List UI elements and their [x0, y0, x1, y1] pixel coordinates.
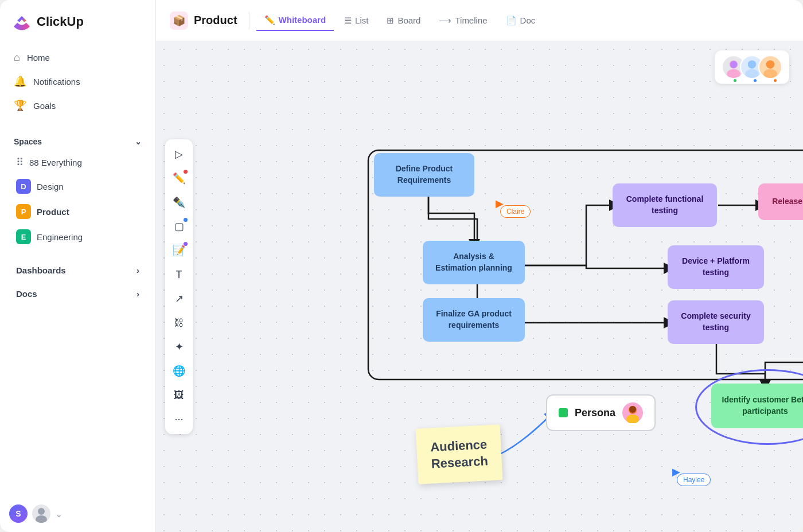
svg-point-9 — [766, 60, 774, 68]
persona-avatar — [622, 402, 643, 423]
tab-list[interactable]: ☰ List — [336, 11, 376, 30]
tool-connect[interactable]: ⛓ — [169, 312, 189, 333]
tab-timeline[interactable]: ⟶ Timeline — [431, 11, 495, 30]
tool-text[interactable]: T — [169, 264, 189, 285]
haylee-name: Haylee — [683, 476, 704, 484]
node-finalize[interactable]: Finalize GA product requirements — [423, 298, 525, 342]
tab-board[interactable]: ⊞ Board — [379, 11, 428, 30]
identify-node-label: Identify customer Beta participants — [722, 394, 803, 417]
analysis-node-label: Analysis & Estimation planning — [435, 251, 512, 273]
everything-icon: ⠿ — [16, 156, 24, 169]
security-node-label: Complete security testing — [681, 311, 750, 333]
spaces-chevron[interactable]: ⌄ — [135, 137, 142, 146]
dashboards-label: Dashboards — [16, 265, 66, 275]
svg-point-5 — [730, 61, 738, 68]
svg-point-0 — [38, 508, 45, 515]
clickup-logo-icon — [11, 11, 32, 32]
sidebar-item-everything[interactable]: ⠿ 88 Everything — [5, 151, 151, 174]
engineering-label: Engineering — [37, 232, 83, 242]
persona-status-dot — [559, 408, 568, 417]
everything-label: 88 Everything — [29, 158, 82, 167]
topbar-divider — [249, 12, 250, 29]
timeline-tab-icon: ⟶ — [439, 15, 451, 26]
tool-shape[interactable]: ▢ — [169, 216, 189, 237]
project-name: Product — [194, 14, 237, 27]
whiteboard-canvas[interactable]: ▷ ✏️ ✒️ ▢ 📝 T ↗ ⛓ ✦ 🌐 🖼 ··· — [156, 41, 803, 532]
sticky-note-audience[interactable]: Audience Research — [416, 424, 503, 484]
nav-notifications-label: Notifications — [33, 77, 80, 87]
cursor-claire-label: Claire — [500, 205, 531, 218]
design-dot: D — [16, 179, 31, 194]
node-security-testing[interactable]: Complete security testing — [668, 300, 764, 344]
dashboards-chevron: › — [137, 265, 139, 275]
user-avatar-s[interactable]: S — [9, 504, 28, 523]
project-info: 📦 Product — [170, 11, 237, 30]
node-platform-testing[interactable]: Device + Platform testing — [668, 245, 764, 289]
timeline-tab-label: Timeline — [455, 15, 487, 25]
spaces-label: Spaces — [14, 137, 42, 146]
functional-node-label: Complete functional testing — [626, 194, 704, 216]
tool-arrow[interactable]: ↗ — [169, 288, 189, 309]
main-nav: ⌂ Home 🔔 Notifications 🏆 Goals — [0, 41, 155, 122]
board-tab-label: Board — [397, 15, 420, 25]
finalize-node-label: Finalize GA product requirements — [436, 308, 512, 331]
home-icon: ⌂ — [14, 52, 20, 64]
node-identify-beta[interactable]: Identify customer Beta participants — [711, 384, 803, 428]
tool-globe[interactable]: 🌐 — [169, 361, 189, 381]
tab-doc[interactable]: 📄 Doc — [498, 11, 544, 30]
docs-chevron: › — [137, 289, 139, 299]
nav-home-label: Home — [27, 53, 50, 62]
design-label: Design — [37, 182, 64, 191]
list-tab-label: List — [355, 15, 368, 25]
avatar-3 — [758, 55, 782, 79]
node-analysis[interactable]: Analysis & Estimation planning — [423, 241, 525, 284]
docs-item[interactable]: Docs › — [5, 282, 151, 306]
product-label: Product — [37, 207, 69, 217]
svg-point-1 — [36, 515, 47, 523]
node-functional-testing[interactable]: Complete functional testing — [613, 183, 717, 227]
tab-whiteboard[interactable]: ✏️ Whiteboard — [256, 10, 334, 31]
svg-point-8 — [745, 69, 759, 79]
tool-sticky[interactable]: 📝 — [169, 240, 189, 261]
sidebar: ClickUp ⌂ Home 🔔 Notifications 🏆 Goals S… — [0, 0, 156, 532]
dashboards-item[interactable]: Dashboards › — [5, 259, 151, 282]
tool-image[interactable]: 🖼 — [169, 385, 189, 405]
goals-icon: 🏆 — [14, 99, 26, 112]
tool-select[interactable]: ▷ — [169, 144, 189, 165]
svg-point-10 — [763, 69, 777, 79]
tool-brush[interactable]: ✏️ — [169, 168, 189, 189]
logo-area: ClickUp — [0, 0, 155, 41]
svg-point-12 — [626, 414, 639, 423]
engineering-dot: E — [16, 229, 31, 244]
tool-more[interactable]: ··· — [169, 409, 189, 429]
cursor-haylee: ▶ Haylee — [672, 466, 680, 478]
tool-pencil[interactable]: ✒️ — [169, 192, 189, 213]
nav-notifications[interactable]: 🔔 Notifications — [7, 69, 149, 93]
svg-point-7 — [748, 60, 756, 68]
tool-sparkle[interactable]: ✦ — [169, 337, 189, 357]
cursor-claire: ▶ Claire — [496, 197, 504, 210]
sidebar-item-engineering[interactable]: E Engineering — [5, 224, 151, 249]
svg-point-4 — [727, 69, 740, 79]
sidebar-item-product[interactable]: P Product — [5, 199, 151, 224]
whiteboard-tab-label: Whiteboard — [279, 15, 326, 25]
sidebar-item-design[interactable]: D Design — [5, 174, 151, 199]
node-define-product[interactable]: Define Product Requirements — [374, 153, 474, 197]
persona-card[interactable]: Persona — [546, 394, 656, 431]
nav-home[interactable]: ⌂ Home — [7, 46, 149, 69]
persona-label: Persona — [575, 407, 615, 419]
sticky-note-label: Audience Research — [430, 437, 489, 471]
user-chevron[interactable]: ⌄ — [55, 508, 63, 519]
whiteboard-toolbar: ▷ ✏️ ✒️ ▢ 📝 T ↗ ⛓ ✦ 🌐 🖼 ··· — [165, 139, 193, 434]
user-avatar-photo[interactable] — [32, 504, 50, 523]
product-dot: P — [16, 204, 31, 219]
nav-goals[interactable]: 🏆 Goals — [7, 93, 149, 118]
claire-name: Claire — [506, 208, 524, 216]
define-node-label: Define Product Requirements — [396, 163, 453, 186]
whiteboard-tab-icon: ✏️ — [264, 15, 275, 25]
main-content: 📦 Product ✏️ Whiteboard ☰ List ⊞ Board ⟶… — [156, 0, 803, 532]
node-release-internal-beta[interactable]: Release internal Beta — [758, 183, 803, 220]
list-tab-icon: ☰ — [344, 15, 352, 26]
board-tab-icon: ⊞ — [387, 15, 394, 26]
platform-node-label: Device + Platform testing — [682, 256, 750, 278]
